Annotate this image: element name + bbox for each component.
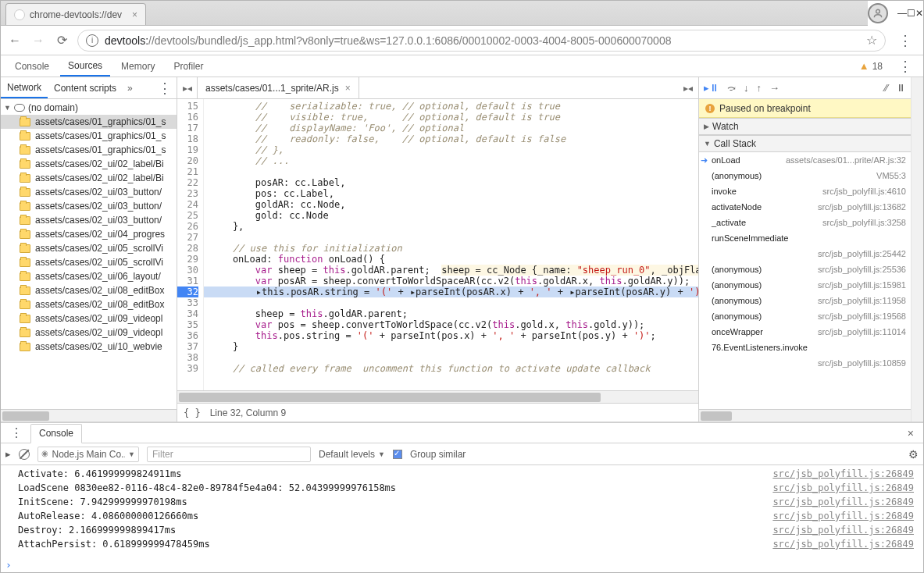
browser-menu-button[interactable]: ⋮ xyxy=(894,32,917,49)
log-source-link[interactable]: src/jsb_polyfill.js:26849 xyxy=(772,509,914,523)
log-row[interactable]: InitScene: 7.942999999970198mssrc/jsb_po… xyxy=(1,495,923,509)
log-source-link[interactable]: src/jsb_polyfill.js:26849 xyxy=(772,523,914,537)
stack-frame[interactable]: (anonymous)src/jsb_polyfill.js:11958 xyxy=(699,293,911,308)
nav-tab-content-scripts[interactable]: Content scripts xyxy=(48,77,123,98)
stack-frame[interactable]: 76.EventListeners.invoke xyxy=(699,340,911,355)
folder-item[interactable]: assets/cases/02_ui/05_scrollVi xyxy=(1,255,177,269)
drawer-close-icon[interactable]: × xyxy=(903,427,919,440)
navigator-scrollbar[interactable] xyxy=(1,409,177,422)
code-area[interactable]: // serializable: true, // optional, defa… xyxy=(204,99,698,390)
close-tab-icon[interactable]: × xyxy=(132,9,137,20)
folder-item[interactable]: assets/cases/02_ui/10_webvie xyxy=(1,340,177,354)
stack-frame[interactable]: onceWrappersrc/jsb_polyfill.js:11014 xyxy=(699,324,911,340)
log-row[interactable]: AttachPersist: 0.618999999478459mssrc/js… xyxy=(1,537,923,551)
step-over-icon[interactable]: ⤼ xyxy=(727,82,736,94)
line-gutter[interactable]: 1516171819202122232425262728293031323334… xyxy=(177,99,204,390)
stack-frame[interactable]: (anonymous)src/jsb_polyfill.js:15981 xyxy=(699,277,911,293)
nav-tab-network[interactable]: Network xyxy=(1,77,48,98)
folder-item[interactable]: assets/cases/02_ui/08_editBox xyxy=(1,297,177,311)
pretty-print-icon[interactable]: { } xyxy=(184,408,201,418)
tab-profiler[interactable]: Profiler xyxy=(166,55,211,77)
folder-item[interactable]: assets/cases/02_ui/03_button/ xyxy=(1,185,177,199)
folder-item[interactable]: assets/cases/02_ui/02_label/Bi xyxy=(1,171,177,185)
log-source-link[interactable]: src/jsb_polyfill.js:26849 xyxy=(772,467,914,481)
call-stack-list[interactable]: onLoadassets/cases/01...prite/AR.js:32(a… xyxy=(699,152,911,409)
stack-frame[interactable]: runSceneImmediate xyxy=(699,230,911,246)
console-prompt[interactable]: › xyxy=(1,557,923,572)
drawer-menu-button[interactable]: ⋮ xyxy=(5,425,27,440)
resume-icon[interactable]: ▸⏸ xyxy=(704,82,719,94)
collapse-arrow-icon[interactable]: ▼ xyxy=(4,104,11,112)
step-into-icon[interactable]: ↓ xyxy=(744,82,749,94)
expand-arrow-icon[interactable]: ▶ xyxy=(704,123,709,130)
stack-frame[interactable]: (anonymous)VM55:3 xyxy=(699,168,911,183)
forward-button[interactable]: → xyxy=(30,34,46,48)
folder-item[interactable]: assets/cases/02_ui/08_editBox xyxy=(1,283,177,297)
stack-frame[interactable]: (anonymous)src/jsb_polyfill.js:25536 xyxy=(699,262,911,277)
stack-frame[interactable]: src/jsb_polyfill.js:25442 xyxy=(699,246,911,262)
site-info-icon[interactable]: i xyxy=(86,34,98,47)
user-avatar-icon[interactable] xyxy=(868,3,888,23)
step-icon[interactable]: → xyxy=(769,82,780,94)
clear-console-icon[interactable] xyxy=(19,449,30,460)
debugger-scrollbar[interactable] xyxy=(699,409,911,422)
folder-item[interactable]: assets/cases/02_ui/09_videopl xyxy=(1,311,177,326)
browser-tab[interactable]: chrome-devtools://dev × xyxy=(5,3,146,25)
minimize-button[interactable]: — xyxy=(897,8,907,19)
devtools-menu-button[interactable]: ⋮ xyxy=(894,58,917,75)
group-similar-checkbox[interactable] xyxy=(393,450,402,459)
tab-sources[interactable]: Sources xyxy=(60,55,110,77)
close-file-icon[interactable]: × xyxy=(345,83,351,94)
stack-frame[interactable]: _activatesrc/jsb_polyfill.js:3258 xyxy=(699,215,911,230)
back-button[interactable]: ← xyxy=(7,34,23,48)
toggle-navigator-icon[interactable]: ▸◂ xyxy=(177,77,198,98)
folder-item[interactable]: assets/cases/01_graphics/01_s xyxy=(1,115,177,129)
stack-frame[interactable]: invokesrc/jsb_polyfill.js:4610 xyxy=(699,183,911,199)
file-tab[interactable]: assets/cases/01...1_sprite/AR.js × xyxy=(198,77,359,98)
log-source-link[interactable]: src/jsb_polyfill.js:26849 xyxy=(772,481,914,495)
folder-item[interactable]: assets/cases/02_ui/06_layout/ xyxy=(1,269,177,283)
maximize-button[interactable]: ☐ xyxy=(907,8,915,19)
folder-item[interactable]: assets/cases/02_ui/02_label/Bi xyxy=(1,157,177,171)
file-tree[interactable]: ▼ (no domain) assets/cases/01_graphics/0… xyxy=(1,99,177,409)
code-editor[interactable]: 1516171819202122232425262728293031323334… xyxy=(177,99,698,390)
folder-item[interactable]: assets/cases/01_graphics/01_s xyxy=(1,143,177,157)
main-vscrollbar[interactable] xyxy=(911,77,923,422)
folder-item[interactable]: assets/cases/02_ui/03_button/ xyxy=(1,199,177,213)
gear-icon[interactable]: ⚙ xyxy=(908,448,919,461)
callstack-section[interactable]: ▼ Call Stack xyxy=(699,135,911,152)
live-expression-icon[interactable]: ▸ xyxy=(5,448,11,460)
log-source-link[interactable]: src/jsb_polyfill.js:26849 xyxy=(772,537,914,551)
context-selector[interactable]: Node.js Main Co... ▼ xyxy=(37,447,139,462)
warning-badge[interactable]: ▲18 xyxy=(859,60,883,72)
stack-frame[interactable]: (anonymous)src/jsb_polyfill.js:19568 xyxy=(699,308,911,324)
folder-item[interactable]: assets/cases/02_ui/05_scrollVi xyxy=(1,241,177,255)
stack-frame[interactable]: onLoadassets/cases/01...prite/AR.js:32 xyxy=(699,152,911,168)
console-output[interactable]: Activate: 6.461999999824911mssrc/jsb_pol… xyxy=(1,465,923,557)
log-source-link[interactable]: src/jsb_polyfill.js:26849 xyxy=(772,495,914,509)
folder-item[interactable]: assets/cases/01_graphics/01_s xyxy=(1,129,177,143)
tab-console[interactable]: Console xyxy=(7,55,57,77)
tree-root[interactable]: ▼ (no domain) xyxy=(1,101,177,115)
close-window-button[interactable]: ✕ xyxy=(915,8,923,19)
pause-exceptions-icon[interactable]: ⏸ xyxy=(896,82,906,94)
watch-section[interactable]: ▶ Watch xyxy=(699,118,911,135)
step-out-icon[interactable]: ↑ xyxy=(757,82,762,94)
folder-item[interactable]: assets/cases/02_ui/03_button/ xyxy=(1,213,177,227)
tab-memory[interactable]: Memory xyxy=(113,55,162,77)
folder-item[interactable]: assets/cases/02_ui/04_progres xyxy=(1,227,177,241)
nav-more-icon[interactable]: » xyxy=(123,83,137,94)
log-row[interactable]: Destroy: 2.166999999899417mssrc/jsb_poly… xyxy=(1,523,923,537)
editor-scrollbar[interactable] xyxy=(177,390,698,403)
bookmark-icon[interactable]: ☆ xyxy=(866,33,877,48)
drawer-tab-console[interactable]: Console xyxy=(30,424,82,443)
stack-frame[interactable]: src/jsb_polyfill.js:10859 xyxy=(699,355,911,371)
log-row[interactable]: Activate: 6.461999999824911mssrc/jsb_pol… xyxy=(1,467,923,481)
console-filter-input[interactable]: Filter xyxy=(147,447,311,462)
deactivate-breakpoints-icon[interactable]: ⁄∕ xyxy=(885,82,888,94)
reload-button[interactable]: ⟳ xyxy=(54,33,70,48)
log-row[interactable]: LoadScene 0830ee82-0116-48c4-82e0-89784f… xyxy=(1,481,923,495)
log-row[interactable]: AutoRelease: 4.086000000126660mssrc/jsb_… xyxy=(1,509,923,523)
collapse-arrow-icon[interactable]: ▼ xyxy=(704,140,711,148)
folder-item[interactable]: assets/cases/02_ui/09_videopl xyxy=(1,326,177,340)
